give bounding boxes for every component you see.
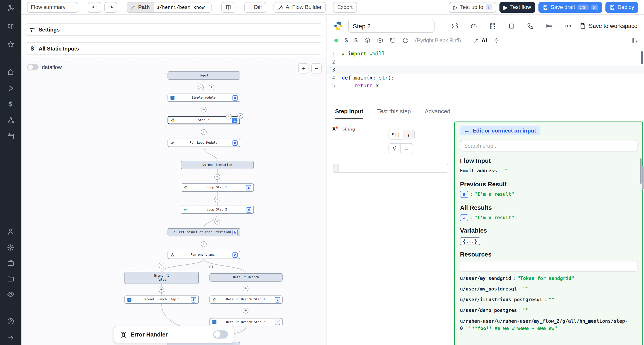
tab-test-this-step[interactable]: Test this step (377, 104, 411, 119)
code-line-1[interactable]: 1# import wmill (327, 50, 644, 58)
early-return-square-icon[interactable] (507, 21, 516, 30)
error-handler-toggle[interactable] (213, 331, 228, 339)
docs-button[interactable] (221, 2, 235, 12)
remove-branch-button[interactable]: ✕ (158, 263, 164, 269)
diff-button[interactable]: ± Diff (244, 2, 266, 12)
flow-node-d[interactable]: ∞Loop Step 2d (181, 206, 254, 214)
package-icon[interactable] (364, 37, 370, 43)
edit-connect-button[interactable]: ← Edit or connect an input (460, 126, 540, 135)
schedules-icon[interactable] (6, 132, 15, 140)
resource-value[interactable]: "**foo** #e we w wewe - ewe ew" (469, 325, 557, 331)
code-line-5[interactable]: 5 return x (327, 82, 644, 90)
settings-gear-icon[interactable] (6, 243, 15, 252)
resource-value[interactable]: "" (523, 307, 528, 313)
add-step-button[interactable]: + (201, 241, 206, 247)
export-button[interactable]: Export (333, 2, 357, 12)
variables-icon[interactable]: $ (6, 100, 15, 108)
flow-node-doone[interactable]: Do one iteration (181, 161, 254, 169)
code-line-4[interactable]: 4def main(x: str): (327, 74, 644, 82)
flow-node-e[interactable]: Run one branche (168, 251, 240, 259)
suspend-phone-icon[interactable] (526, 21, 535, 30)
step-name-input[interactable] (348, 19, 435, 33)
test-flow-button[interactable]: ▶ Test flow (499, 2, 535, 12)
fn-mode-button[interactable]: ƒ (403, 130, 414, 139)
test-up-to-button[interactable]: ▷ Test up to i (449, 2, 496, 12)
save-draft-button[interactable]: Save draft Ctrl S (538, 2, 602, 12)
flow-node-input[interactable]: Input (168, 71, 240, 80)
add-step-button[interactable]: + (158, 287, 164, 293)
resource-key[interactable]: u/user/my_postgresql (460, 286, 517, 292)
resource-key[interactable]: u/user/demo_postgres (460, 307, 517, 313)
home-icon[interactable] (6, 68, 15, 76)
star-icon[interactable] (6, 40, 15, 48)
reload-ccw-icon[interactable] (390, 37, 396, 43)
prop-value[interactable]: "I'm a result" (474, 215, 514, 220)
prop-value[interactable]: "I'm a result" (474, 191, 514, 197)
redo-button[interactable]: ↷ (104, 2, 117, 12)
plug-button[interactable] (389, 143, 401, 153)
flow-node-h[interactable]: TSDefault Branch Step 2h (210, 318, 283, 326)
flow-canvas[interactable]: dataflow + − (22, 57, 327, 345)
prop-key[interactable]: Email address (460, 168, 497, 174)
prop-scrollbar[interactable] (640, 158, 642, 184)
error-handler-bar[interactable]: Error Handler (114, 326, 234, 343)
add-step-button[interactable]: + (201, 107, 206, 113)
library-panel-icon[interactable] (631, 37, 638, 43)
resource-value[interactable]: "Token for sendgrid" (517, 276, 574, 281)
reload-cw-icon[interactable] (402, 37, 408, 43)
flow-node-g[interactable]: Default Branch Step 1g (210, 295, 283, 304)
add-step-button[interactable]: + (243, 286, 249, 291)
code-line-3[interactable]: 3 (327, 66, 644, 74)
tab-advanced[interactable]: Advanced (425, 104, 450, 119)
resource-key[interactable]: u/user/illustrious_postgresql (460, 297, 542, 303)
flow-node-collect[interactable]: Collect result of each iterationb (168, 228, 240, 236)
windmill-logo-icon[interactable] (6, 3, 16, 13)
resource-key[interactable]: u/user/my_sendgrid (460, 276, 511, 281)
arg-input-handle[interactable] (334, 164, 339, 172)
flow-node-c[interactable]: Loop Step 1c (181, 183, 254, 192)
folders-icon[interactable] (6, 275, 15, 283)
package-alt-icon[interactable] (377, 37, 383, 43)
tab-step-input[interactable]: Step Input (335, 104, 363, 119)
add-step-button[interactable]: + (214, 174, 220, 180)
ai-flow-builder-button[interactable]: AI Flow Builder (274, 2, 326, 12)
add-step-button[interactable]: + (201, 129, 206, 135)
expr-mode-button[interactable]: ${} (389, 130, 404, 139)
connect-arrow-button[interactable]: → (401, 143, 413, 153)
static-inputs-bar[interactable]: $ All Static Inputs (24, 42, 323, 54)
branch-split-icon[interactable] (208, 263, 214, 269)
zoom-out-button[interactable]: − (311, 63, 322, 73)
delete-step-button[interactable]: ✕ (238, 113, 243, 119)
flow-node-a[interactable]: TSSimple modulea (168, 94, 240, 102)
flow-settings-bar[interactable]: Settings (24, 23, 323, 36)
undo-button[interactable]: ↶ (88, 2, 101, 12)
lightning-icon[interactable] (494, 37, 500, 43)
resources-empty-row[interactable]: - (460, 261, 637, 272)
ai-suggest-icon[interactable]: ✦ (209, 84, 214, 90)
save-to-workspace-button[interactable]: Save to workspace (580, 22, 638, 29)
flow-node-b[interactable]: ⟳For Loop Moduleb (168, 139, 240, 147)
flow-node-defbranch[interactable]: Default Branch (210, 273, 283, 282)
retries-icon[interactable] (450, 21, 459, 30)
code-assets-icon[interactable]: $ (344, 37, 348, 43)
add-step-button[interactable]: + (214, 219, 220, 225)
path-input[interactable] (154, 2, 211, 12)
kanban-icon[interactable] (6, 23, 15, 31)
flow-summary-input[interactable] (27, 2, 78, 12)
code-line-2[interactable]: 2 (327, 58, 644, 66)
user-icon[interactable] (6, 228, 15, 236)
add-step-button[interactable]: + (243, 308, 249, 314)
resource-value[interactable]: "" (523, 286, 528, 292)
variables-chip[interactable]: {...} (460, 237, 480, 245)
variable-picker-icon[interactable]: $ (354, 37, 358, 43)
zoom-in-button[interactable]: + (298, 63, 308, 73)
sleep-bed-icon[interactable] (545, 21, 554, 30)
add-step-button[interactable]: + (198, 84, 204, 90)
help-icon[interactable] (6, 317, 15, 326)
prop-search-input[interactable] (460, 140, 637, 151)
mock-voicemail-icon[interactable] (564, 21, 572, 30)
cache-database-icon[interactable] (488, 21, 497, 30)
code-scrollbar[interactable] (641, 51, 643, 64)
flow-node-f[interactable]: TSSecond Branch Step 1f (124, 295, 199, 304)
runs-icon[interactable] (6, 84, 15, 92)
